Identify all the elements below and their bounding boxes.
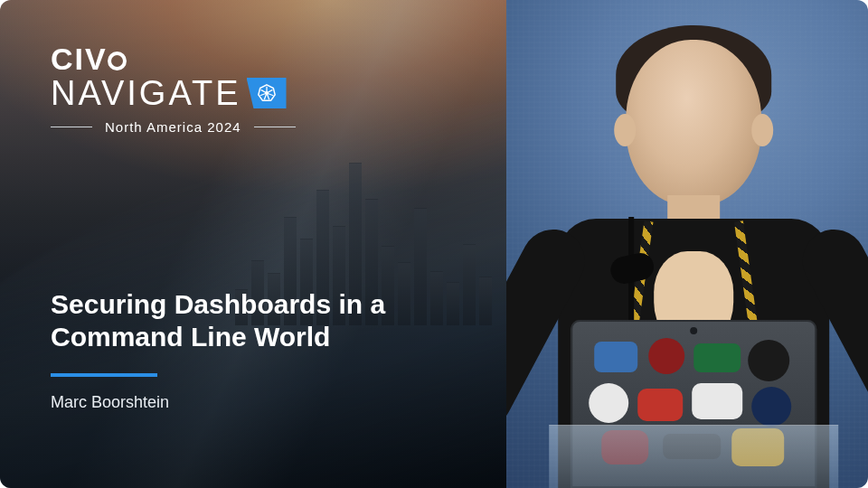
podium	[549, 425, 838, 488]
sticker	[751, 387, 791, 427]
accent-bar	[51, 373, 157, 377]
sticker	[648, 338, 684, 374]
svg-line-8	[260, 89, 266, 93]
event-subline: North America 2024	[51, 119, 296, 135]
event-location-year: North America 2024	[105, 119, 241, 135]
logo-letter: C	[51, 42, 75, 76]
kubernetes-wheel-icon	[257, 83, 277, 103]
logo-letter: IV	[75, 42, 108, 76]
talk-title-block: Securing Dashboards in a Command Line Wo…	[51, 288, 448, 412]
talk-title: Securing Dashboards in a Command Line Wo…	[51, 288, 448, 353]
sticker	[693, 343, 741, 372]
sticker	[594, 342, 637, 372]
navigate-row: NAVIGATE	[51, 76, 296, 110]
video-thumbnail: CIV NAVIGATE North America 2024	[0, 0, 868, 488]
rule-right	[254, 127, 296, 127]
rule-left	[51, 127, 92, 127]
head	[626, 40, 761, 206]
sticker	[589, 383, 628, 423]
ear	[751, 114, 773, 146]
sticker	[637, 389, 683, 421]
event-name: NAVIGATE	[51, 76, 241, 110]
logo-o-icon	[108, 52, 127, 70]
speaker-name: Marc Boorshtein	[51, 393, 448, 412]
speaker-video-panel	[506, 0, 868, 488]
sticker	[692, 383, 742, 419]
sticker	[748, 340, 789, 381]
svg-line-3	[267, 89, 272, 93]
ear	[614, 114, 636, 146]
title-slide-panel: CIV NAVIGATE North America 2024	[0, 0, 506, 488]
speaker-figure	[531, 18, 856, 488]
kubernetes-badge	[247, 78, 287, 108]
event-brand-block: CIV NAVIGATE North America 2024	[51, 43, 296, 135]
civo-logo: CIV	[51, 43, 296, 74]
